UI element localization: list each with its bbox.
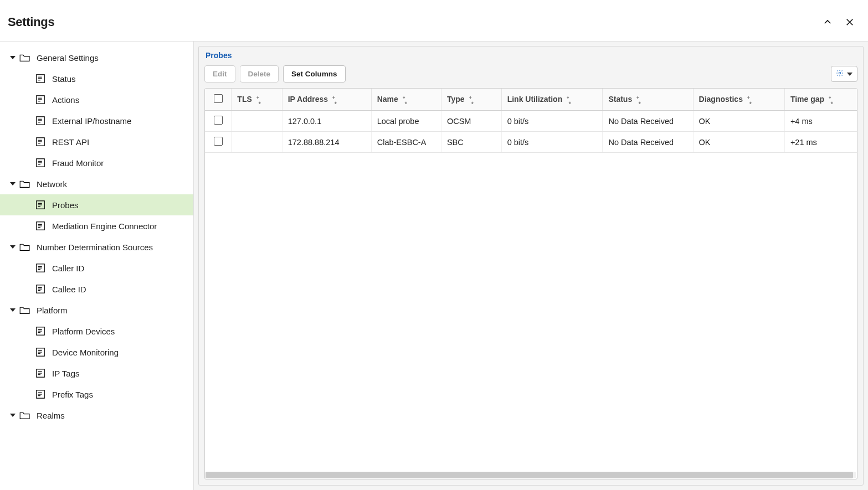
chevron-down-icon[interactable] <box>8 307 18 313</box>
sidebar-item-device-monitoring[interactable]: Device Monitoring <box>0 342 193 363</box>
column-label: Name <box>377 95 398 104</box>
sidebar-group-network[interactable]: Network <box>0 173 193 194</box>
sidebar-item-mediation-engine-connector[interactable]: Mediation Engine Connector <box>0 215 193 236</box>
svg-marker-32 <box>10 245 16 249</box>
document-icon <box>34 326 47 337</box>
sidebar-item-label: Actions <box>52 95 79 105</box>
column-label: Diagnostics <box>699 95 743 104</box>
column-header-tls[interactable]: TLS <box>232 89 282 111</box>
document-icon <box>34 368 47 379</box>
gear-icon <box>836 69 844 79</box>
column-label: Status <box>608 95 632 104</box>
scrollbar-thumb[interactable] <box>206 472 853 478</box>
body: General Settings Status Actions External… <box>0 41 868 490</box>
sidebar-item-prefix-tags[interactable]: Prefix Tags <box>0 384 193 405</box>
document-icon <box>34 262 47 274</box>
sort-icon <box>331 96 338 104</box>
sidebar-group-number-determination-sources[interactable]: Number Determination Sources <box>0 236 193 257</box>
cell-type: SBC <box>441 132 501 153</box>
panel-title: Probes <box>199 47 863 63</box>
column-header-diagnostics[interactable]: Diagnostics <box>693 89 784 111</box>
sidebar-item-status[interactable]: Status <box>0 68 193 89</box>
document-icon <box>34 73 47 84</box>
folder-icon <box>19 178 31 189</box>
sidebar-item-label: Caller ID <box>52 264 84 273</box>
sidebar-item-callee-id[interactable]: Callee ID <box>0 278 193 300</box>
cell-name: Clab-ESBC-A <box>371 132 441 153</box>
cell-link: 0 bit/s <box>501 111 603 132</box>
svg-marker-60 <box>847 73 852 76</box>
row-checkbox[interactable] <box>214 137 223 146</box>
sidebar-item-actions[interactable]: Actions <box>0 89 193 110</box>
row-checkbox[interactable] <box>214 116 223 125</box>
column-label: TLS <box>237 95 251 104</box>
sidebar-item-label: Prefix Tags <box>52 390 93 399</box>
document-icon <box>34 283 47 295</box>
sidebar-item-label: REST API <box>52 137 89 147</box>
delete-button[interactable]: Delete <box>240 65 279 82</box>
column-header-type[interactable]: Type <box>441 89 501 111</box>
gear-dropdown-button[interactable] <box>831 66 857 82</box>
sidebar-item-platform-devices[interactable]: Platform Devices <box>0 321 193 342</box>
document-icon <box>34 199 47 210</box>
settings-window: Settings General Settings Status <box>0 0 868 490</box>
sidebar-item-label: External IP/hostname <box>52 116 131 126</box>
sidebar-item-label: Device Monitoring <box>52 348 119 357</box>
chevron-down-icon[interactable] <box>8 181 18 187</box>
column-header-status[interactable]: Status <box>603 89 693 111</box>
checkbox[interactable] <box>214 94 223 103</box>
sidebar-item-fraud-monitor[interactable]: Fraud Monitor <box>0 152 193 173</box>
column-label: Type <box>447 95 465 104</box>
sidebar-item-ip-tags[interactable]: IP Tags <box>0 363 193 384</box>
sidebar-item-caller-id[interactable]: Caller ID <box>0 257 193 278</box>
document-icon <box>34 157 47 168</box>
chevron-down-icon[interactable] <box>8 412 18 418</box>
column-label: Link Utilization <box>507 95 563 104</box>
sidebar-group-label: Number Determination Sources <box>37 243 153 252</box>
column-header-time-gap[interactable]: Time gap <box>784 89 857 111</box>
table-row[interactable]: 172.88.88.214 Clab-ESBC-A SBC 0 bit/s No… <box>205 132 857 153</box>
header-bar: Settings <box>0 0 868 41</box>
chevron-down-icon[interactable] <box>8 55 18 60</box>
cell-ip: 172.88.88.214 <box>282 132 371 153</box>
chevron-down-icon[interactable] <box>8 244 18 250</box>
probes-panel: Probes Edit Delete Set Columns <box>198 46 864 486</box>
column-header-checkbox[interactable] <box>205 89 232 111</box>
main-content: Probes Edit Delete Set Columns <box>194 42 868 490</box>
edit-button[interactable]: Edit <box>204 65 235 82</box>
cell-status: No Data Received <box>603 111 693 132</box>
svg-marker-23 <box>10 182 16 185</box>
page-title: Settings <box>8 15 54 29</box>
sidebar-item-label: Fraud Monitor <box>52 158 104 168</box>
svg-marker-58 <box>10 414 16 417</box>
sidebar-item-external-ip-hostname[interactable]: External IP/hostname <box>0 110 193 131</box>
sidebar-item-label: IP Tags <box>52 369 79 378</box>
column-header-name[interactable]: Name <box>371 89 441 111</box>
table-header-row: TLS IP Address Name Type Link Utilizatio… <box>205 89 857 111</box>
set-columns-button[interactable]: Set Columns <box>283 65 346 82</box>
cell-status: No Data Received <box>603 132 693 153</box>
sidebar-item-label: Probes <box>52 200 79 210</box>
sidebar-group-realms[interactable]: Realms <box>0 405 193 426</box>
sidebar-group-platform[interactable]: Platform <box>0 300 193 321</box>
svg-marker-41 <box>10 308 16 312</box>
sidebar-item-label: Callee ID <box>52 285 86 294</box>
sidebar-item-probes[interactable]: Probes <box>0 194 193 215</box>
sidebar-group-label: Network <box>37 179 67 189</box>
cell-ip: 127.0.0.1 <box>282 111 371 132</box>
sidebar-group-label: Platform <box>37 306 68 315</box>
svg-point-59 <box>839 72 841 74</box>
toolbar: Edit Delete Set Columns <box>199 63 863 88</box>
folder-icon <box>19 52 31 63</box>
column-header-ip-address[interactable]: IP Address <box>282 89 371 111</box>
sidebar-group-general-settings[interactable]: General Settings <box>0 47 193 68</box>
sidebar-item-rest-api[interactable]: REST API <box>0 131 193 152</box>
table-row[interactable]: 127.0.0.1 Local probe OCSM 0 bit/s No Da… <box>205 111 857 132</box>
collapse-icon[interactable] <box>821 16 834 28</box>
column-label: Time gap <box>790 95 824 104</box>
close-icon[interactable] <box>844 16 856 28</box>
sidebar: General Settings Status Actions External… <box>0 42 194 490</box>
column-header-link-utilization[interactable]: Link Utilization <box>501 89 603 111</box>
horizontal-scrollbar[interactable] <box>206 472 856 478</box>
sidebar-item-label: Status <box>52 74 76 84</box>
